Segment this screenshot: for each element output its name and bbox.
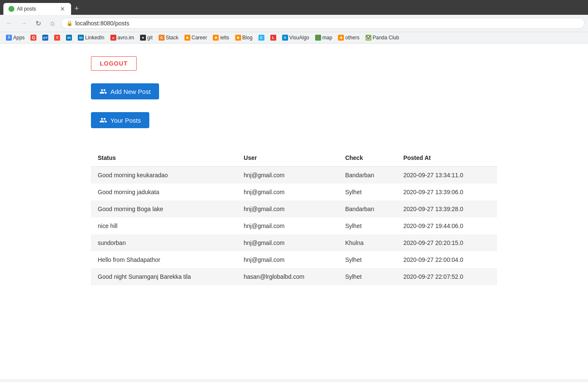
cell-user: hnj@gmail.com: [237, 217, 338, 234]
bookmark-in[interactable]: in: [63, 34, 74, 41]
table-row: Good morning Boga lakehnj@gmail.comBanda…: [91, 201, 497, 217]
bookmark-avro[interactable]: a avro.im: [108, 34, 137, 41]
cell-status: Good morning Boga lake: [91, 201, 237, 217]
bookmark-git-label: git: [147, 35, 153, 41]
cell-posted_at: 2020-09-27 20:20:15.0: [396, 234, 497, 251]
new-tab-button[interactable]: +: [71, 3, 82, 15]
bookmark-others-label: others: [345, 35, 359, 41]
career-icon: ■: [184, 35, 190, 41]
cell-user: hnj@gmail.com: [237, 251, 338, 268]
cell-check: Sylhet: [338, 217, 396, 234]
tab-bar: All posts ✕ +: [0, 0, 588, 15]
bookmark-ielts-label: ielts: [220, 35, 229, 41]
cell-posted_at: 2020-09-27 13:39:28.0: [396, 201, 497, 217]
table-header: Status User Check Posted At: [91, 149, 497, 167]
bookmark-l[interactable]: L: [268, 34, 279, 41]
cell-posted_at: 2020-09-27 22:07:52.0: [396, 268, 497, 285]
bookmark-c[interactable]: C: [256, 34, 267, 41]
forward-button[interactable]: →: [18, 17, 30, 29]
panda-icon: 🐼: [365, 35, 371, 41]
bookmark-apps[interactable]: ⠿ Apps: [3, 34, 27, 41]
lock-icon: 🔒: [66, 20, 73, 26]
table-row: Good morning keukaradaohnj@gmail.comBand…: [91, 167, 497, 184]
logout-button[interactable]: LOGOUT: [91, 56, 137, 71]
bookmark-blog[interactable]: ■ Blog: [233, 34, 255, 41]
table-row: Hello from Shadapathorhnj@gmail.comSylhe…: [91, 251, 497, 268]
cell-status: nice hill: [91, 217, 237, 234]
cell-check: Sylhet: [338, 268, 396, 285]
posts-section: Status User Check Posted At Good morning…: [91, 149, 497, 285]
browser-toolbar: ← → ↻ ⌂ 🔒: [0, 15, 588, 32]
cell-posted_at: 2020-09-27 22:00:04.0: [396, 251, 497, 268]
bookmark-stack[interactable]: S Stack: [156, 34, 181, 41]
cell-user: hnj@gmail.com: [237, 201, 338, 217]
cell-status: Hello from Shadapathor: [91, 251, 237, 268]
y-icon: Y: [54, 35, 60, 41]
active-tab[interactable]: All posts ✕: [3, 3, 71, 15]
refresh-button[interactable]: ↻: [32, 17, 44, 29]
posts-table: Status User Check Posted At Good morning…: [91, 149, 497, 285]
bookmark-linkedin-label: LinkedIn: [85, 35, 104, 41]
bookmark-linkedin[interactable]: in LinkedIn: [75, 34, 107, 41]
add-post-icon: [99, 88, 107, 95]
bookmark-g[interactable]: G: [28, 34, 39, 41]
avro-icon: a: [110, 35, 116, 41]
tab-close-button[interactable]: ✕: [59, 5, 66, 12]
bookmark-y[interactable]: Y: [52, 34, 63, 41]
cell-check: Sylhet: [338, 184, 396, 201]
table-row: sundorbanhnj@gmail.comKhulna2020-09-27 2…: [91, 234, 497, 251]
bookmark-stack-label: Stack: [166, 35, 179, 41]
cell-user: hasan@lrglobalbd.com: [237, 268, 338, 285]
bookmark-git[interactable]: ● git: [137, 34, 155, 41]
cell-check: Bandarban: [338, 201, 396, 217]
bookmark-gt[interactable]: GT: [40, 34, 51, 41]
address-bar[interactable]: 🔒: [61, 18, 585, 29]
bookmark-panda[interactable]: 🐼 Panda Club: [363, 34, 402, 41]
page-content: LOGOUT Add New Post Your Posts: [0, 44, 588, 379]
bookmark-career-label: Career: [192, 35, 207, 41]
back-button[interactable]: ←: [3, 17, 15, 29]
linkedin-icon: in: [78, 35, 84, 41]
l-icon: L: [270, 35, 276, 41]
visusalgo-icon: V: [282, 35, 288, 41]
cell-user: hnj@gmail.com: [237, 167, 338, 184]
table-body: Good morning keukaradaohnj@gmail.comBand…: [91, 167, 497, 286]
add-new-post-button[interactable]: Add New Post: [91, 83, 159, 99]
cell-check: Bandarban: [338, 167, 396, 184]
cell-posted_at: 2020-09-27 13:34:11.0: [396, 167, 497, 184]
bookmark-ielts[interactable]: ■ ielts: [210, 34, 231, 41]
bookmark-apps-label: Apps: [13, 35, 25, 41]
your-posts-label: Your Posts: [110, 117, 141, 124]
browser-chrome: All posts ✕ + ← → ↻ ⌂ 🔒 ⠿ Apps G GT Y in: [0, 0, 588, 44]
bookmark-career[interactable]: ■ Career: [182, 34, 210, 41]
column-header-check: Check: [338, 149, 396, 167]
bookmark-avro-label: avro.im: [118, 35, 134, 41]
bookmark-map-label: map: [322, 35, 332, 41]
cell-posted_at: 2020-09-27 13:39:06.0: [396, 184, 497, 201]
table-row: Good night Sunamganj Barekka tilahasan@l…: [91, 268, 497, 285]
cell-check: Khulna: [338, 234, 396, 251]
cell-user: hnj@gmail.com: [237, 184, 338, 201]
tab-favicon: [8, 6, 14, 12]
blog-icon: ■: [235, 35, 241, 41]
others-icon: ■: [338, 35, 344, 41]
c-icon: C: [258, 35, 264, 41]
bookmark-blog-label: Blog: [242, 35, 253, 41]
bookmark-others[interactable]: ■ others: [335, 34, 362, 41]
apps-icon: ⠿: [6, 35, 12, 41]
your-posts-button[interactable]: Your Posts: [91, 112, 149, 128]
bookmark-map[interactable]: 📍 map: [313, 34, 335, 41]
column-header-posted-at: Posted At: [396, 149, 497, 167]
your-posts-icon: [99, 116, 107, 124]
cell-status: sundorban: [91, 234, 237, 251]
in-icon: in: [66, 35, 72, 41]
bookmarks-bar: ⠿ Apps G GT Y in in LinkedIn a avro.im ●…: [0, 32, 588, 44]
url-input[interactable]: [75, 20, 579, 27]
bookmark-visualgo[interactable]: V VisuAlgo: [280, 34, 312, 41]
cell-status: Good morning jadukata: [91, 184, 237, 201]
cell-posted_at: 2020-09-27 19:44:06.0: [396, 217, 497, 234]
column-header-status: Status: [91, 149, 237, 167]
tab-title: All posts: [17, 6, 57, 12]
content-wrapper: LOGOUT Add New Post Your Posts: [82, 44, 506, 298]
home-button[interactable]: ⌂: [47, 17, 58, 29]
